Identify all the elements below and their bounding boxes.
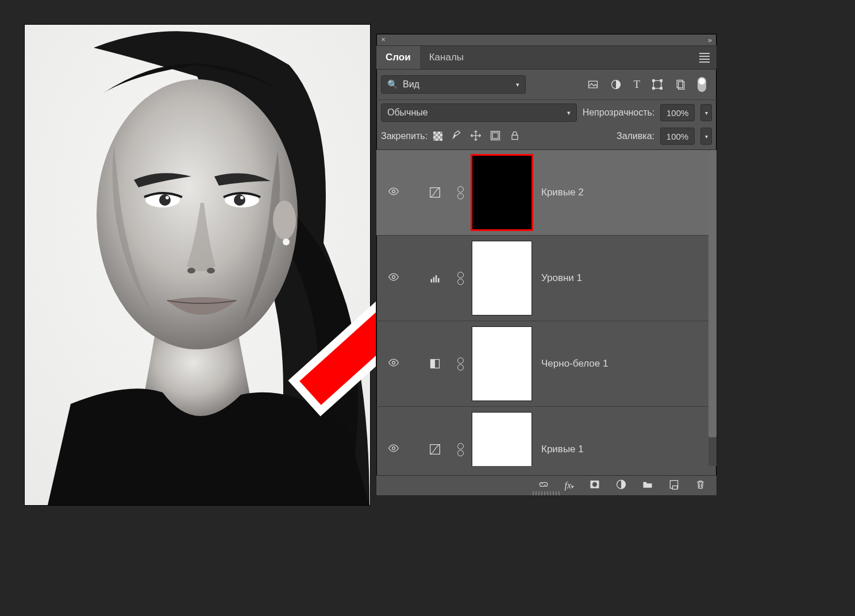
lock-label: Закрепить: [381,131,428,141]
svg-point-11 [283,238,290,245]
document-canvas[interactable] [24,24,371,506]
lock-pixels-icon[interactable] [450,130,462,143]
portrait-image [25,25,370,505]
adjustment-thumb[interactable] [427,270,443,286]
layer-row[interactable]: Кривые 2 [376,150,717,236]
search-icon: 🔍 [387,79,398,90]
visibility-icon[interactable] [382,271,405,286]
layer-mask-thumb[interactable] [472,326,532,401]
link-mask-icon[interactable] [453,357,467,371]
delete-layer-icon[interactable] [695,479,706,492]
layer-mask-thumb[interactable] [472,412,532,466]
svg-rect-22 [492,133,498,138]
lock-position-icon[interactable] [470,130,482,143]
filter-toggle[interactable] [698,77,706,92]
svg-point-37 [592,482,597,487]
layer-mask-thumb[interactable] [472,241,532,315]
svg-rect-18 [660,87,662,89]
new-layer-icon[interactable] [668,479,680,492]
lock-artboard-icon[interactable] [490,130,501,143]
visibility-icon[interactable] [382,442,405,457]
link-mask-icon[interactable] [453,272,467,285]
visibility-icon[interactable] [382,186,405,200]
blend-mode-dropdown[interactable]: Обычные ▾ [381,103,577,122]
svg-rect-15 [653,80,654,82]
add-adjustment-icon[interactable] [615,479,627,492]
scrollbar-track[interactable] [708,150,717,466]
layer-name[interactable]: Кривые 1 [541,444,584,455]
filter-adjust-icon[interactable] [610,79,622,90]
scrollbar-thumb[interactable] [708,150,717,437]
layer-row[interactable]: Кривые 1 [376,407,717,466]
layer-row[interactable]: Черно-белое 1 [376,321,717,407]
svg-rect-29 [436,275,437,283]
new-group-icon[interactable] [642,479,653,492]
close-icon[interactable]: × [376,34,390,45]
adjustment-thumb[interactable] [427,356,443,372]
visibility-icon[interactable] [382,357,405,371]
svg-point-24 [392,190,395,192]
layer-name[interactable]: Черно-белое 1 [541,358,608,369]
svg-point-10 [273,201,296,240]
svg-rect-30 [438,278,440,283]
collapse-icon[interactable]: » [708,36,712,44]
add-mask-icon[interactable] [589,479,600,492]
filter-shape-icon[interactable] [652,79,663,90]
svg-point-7 [240,196,244,199]
svg-point-6 [165,196,169,199]
layers-panel: × » Слои Каналы 🔍 Вид ▾ T [376,33,717,496]
panel-menu-icon[interactable] [699,53,710,63]
adjustment-thumb[interactable] [427,441,443,457]
lock-transparency-icon[interactable] [433,132,442,141]
opacity-flyout[interactable]: ▾ [700,104,712,121]
fill-value[interactable]: 100% [660,128,695,145]
tab-channels[interactable]: Каналы [420,46,473,69]
svg-point-4 [159,194,171,206]
svg-rect-28 [433,277,435,282]
svg-point-31 [392,361,395,364]
svg-rect-27 [431,279,433,283]
layer-filter-dropdown[interactable]: 🔍 Вид ▾ [381,75,526,94]
lock-all-icon[interactable] [509,130,521,143]
svg-point-9 [207,268,215,274]
fill-label: Заливка: [617,131,654,141]
opacity-value[interactable]: 100% [660,104,695,121]
tab-layers[interactable]: Слои [376,46,420,69]
chevron-down-icon: ▾ [516,81,519,88]
layer-name[interactable]: Уровни 1 [541,272,582,284]
layer-fx-icon[interactable]: fx▾ [564,480,574,491]
link-mask-icon[interactable] [453,186,467,199]
opacity-label: Непрозрачность: [583,107,655,118]
filter-smart-icon[interactable] [675,79,686,90]
chevron-down-icon: ▾ [567,109,571,117]
svg-point-26 [392,275,395,278]
layers-list: Кривые 2Уровни 1Черно-белое 1Кривые 1 [376,149,717,466]
link-layers-icon[interactable] [538,479,549,492]
workspace: × » Слои Каналы 🔍 Вид ▾ T [0,0,855,616]
filter-type-icon[interactable]: T [633,78,640,91]
filter-pixel-icon[interactable] [587,79,599,90]
link-mask-icon[interactable] [453,443,467,456]
svg-rect-40 [673,486,677,490]
svg-rect-23 [512,135,518,140]
svg-point-5 [234,194,245,206]
svg-point-8 [187,268,195,274]
layer-name[interactable]: Кривые 2 [541,187,584,198]
blend-mode-value: Обычные [387,107,428,118]
svg-rect-33 [431,360,436,368]
svg-rect-16 [660,80,662,82]
adjustment-thumb[interactable] [427,184,443,201]
layer-row[interactable]: Уровни 1 [376,236,717,321]
svg-point-34 [392,446,395,449]
resize-grip[interactable] [533,491,560,495]
layer-mask-thumb[interactable] [472,155,532,230]
svg-rect-17 [653,87,654,89]
layer-filter-label: Вид [403,79,419,90]
fill-flyout[interactable]: ▾ [700,128,712,145]
